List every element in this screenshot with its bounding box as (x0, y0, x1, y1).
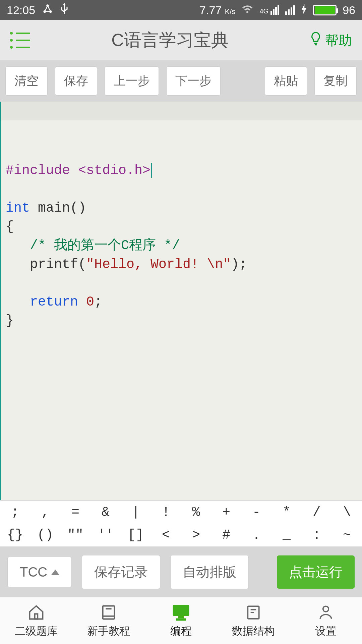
sym-star[interactable]: * (272, 501, 302, 524)
sym-lt[interactable]: < (151, 524, 181, 546)
clear-button[interactable]: 清空 (5, 66, 48, 96)
svg-rect-6 (103, 606, 115, 619)
signal-bars-icon (285, 5, 295, 15)
menu-icon[interactable] (10, 32, 30, 49)
code-main: main() (30, 201, 86, 216)
symbol-row-1: ; , = & | ! % + - * / \ (0, 501, 362, 524)
symbol-row-2: {} () "" '' [] < > # . _ : ~ (0, 524, 362, 546)
lightbulb-icon (310, 32, 322, 49)
compiler-label: TCC (20, 565, 47, 580)
compiler-dropdown[interactable]: TCC (7, 557, 72, 587)
status-bar: 12:05 7.77 K/s 4G 9 (0, 0, 362, 20)
code-printf: printf (30, 257, 78, 272)
nav-coding[interactable]: 编程 (145, 597, 217, 644)
chevron-up-icon (51, 570, 59, 575)
paste-button[interactable]: 粘贴 (265, 66, 307, 96)
code-header: <stdio.h> (78, 163, 150, 178)
code-brace-open: { (6, 219, 14, 234)
sym-equals[interactable]: = (60, 501, 90, 524)
sym-underscore[interactable]: _ (272, 524, 302, 546)
nav-exam-bank[interactable]: 二级题库 (0, 597, 72, 644)
sym-semicolon[interactable]: ; (0, 501, 30, 524)
svg-rect-5 (35, 614, 38, 619)
sym-ampersand[interactable]: & (90, 501, 121, 524)
code-brace-close: } (6, 313, 14, 328)
sym-comma[interactable]: , (30, 501, 60, 524)
nav-settings[interactable]: 设置 (290, 597, 362, 644)
code-zero: 0 (86, 294, 94, 310)
book-icon (100, 603, 117, 622)
sym-colon[interactable]: : (302, 524, 332, 546)
sym-minus[interactable]: - (241, 501, 272, 524)
usb-icon (60, 3, 69, 17)
sym-backslash[interactable]: \ (332, 501, 362, 524)
symbol-keyboard: ; , = & | ! % + - * / \ {} () "" '' [] <… (0, 500, 362, 547)
nav-label: 新手教程 (87, 624, 130, 639)
save-button[interactable]: 保存 (55, 66, 97, 96)
battery-icon (313, 5, 337, 15)
sym-bang[interactable]: ! (151, 501, 181, 524)
nav-tutorial[interactable]: 新手教程 (72, 597, 145, 644)
undo-button[interactable]: 上一步 (105, 66, 159, 96)
nav-data-structure[interactable]: 数据结构 (217, 597, 290, 644)
nav-label: 设置 (315, 624, 337, 639)
sym-brackets[interactable]: [] (121, 524, 151, 546)
bottom-nav: 二级题库 新手教程 编程 数据结构 设置 (0, 597, 362, 644)
code-return: return (30, 294, 78, 310)
share-icon (43, 4, 53, 17)
sym-dquotes[interactable]: "" (60, 524, 90, 546)
clock: 12:05 (7, 4, 35, 17)
run-button[interactable]: 点击运行 (277, 555, 355, 589)
app-header: C语言学习宝典 帮助 (0, 20, 362, 60)
nav-label: 数据结构 (232, 624, 275, 639)
sym-gt[interactable]: > (181, 524, 211, 546)
sym-pipe[interactable]: | (121, 501, 151, 524)
nav-label: 编程 (170, 624, 192, 639)
code-editor[interactable]: #include <stdio.h> int main() { /* 我的第一个… (0, 102, 362, 500)
save-record-button[interactable]: 保存记录 (82, 555, 160, 589)
sym-squotes[interactable]: '' (90, 524, 121, 546)
sym-hash[interactable]: # (211, 524, 241, 546)
svg-rect-9 (173, 605, 189, 615)
signal-4g: 4G (259, 5, 279, 15)
sym-parens[interactable]: () (30, 524, 60, 546)
svg-point-15 (323, 606, 329, 612)
editor-toolbar: 清空 保存 上一步 下一步 粘贴 复制 (0, 60, 362, 102)
wifi-icon (241, 4, 253, 17)
action-bar: TCC 保存记录 自动排版 点击运行 (0, 547, 362, 597)
sym-percent[interactable]: % (181, 501, 211, 524)
auto-format-button[interactable]: 自动排版 (170, 555, 249, 589)
text-cursor (151, 163, 152, 178)
document-icon (245, 603, 262, 622)
copy-button[interactable]: 复制 (314, 66, 357, 96)
app-title: C语言学习宝典 (30, 29, 310, 52)
sym-plus[interactable]: + (211, 501, 241, 524)
sym-tilde[interactable]: ~ (332, 524, 362, 546)
monitor-icon (172, 603, 190, 622)
svg-rect-10 (179, 616, 183, 618)
sym-slash[interactable]: / (302, 501, 332, 524)
code-string: "Hello, World! \n" (86, 257, 231, 272)
user-icon (317, 603, 334, 622)
charging-icon (301, 4, 307, 17)
redo-button[interactable]: 下一步 (166, 66, 221, 96)
net-speed: 7.77 K/s (199, 4, 235, 17)
sym-braces[interactable]: {} (0, 524, 30, 546)
battery-percent: 96 (343, 4, 355, 17)
home-icon (27, 603, 45, 622)
help-button[interactable]: 帮助 (310, 31, 352, 50)
nav-label: 二级题库 (15, 624, 58, 639)
help-label: 帮助 (325, 31, 352, 50)
sym-dot[interactable]: . (241, 524, 272, 546)
code-include: #include (6, 163, 70, 178)
svg-rect-11 (176, 619, 186, 620)
code-comment: /* 我的第一个C程序 */ (30, 238, 180, 253)
code-kw-int: int (6, 201, 30, 216)
